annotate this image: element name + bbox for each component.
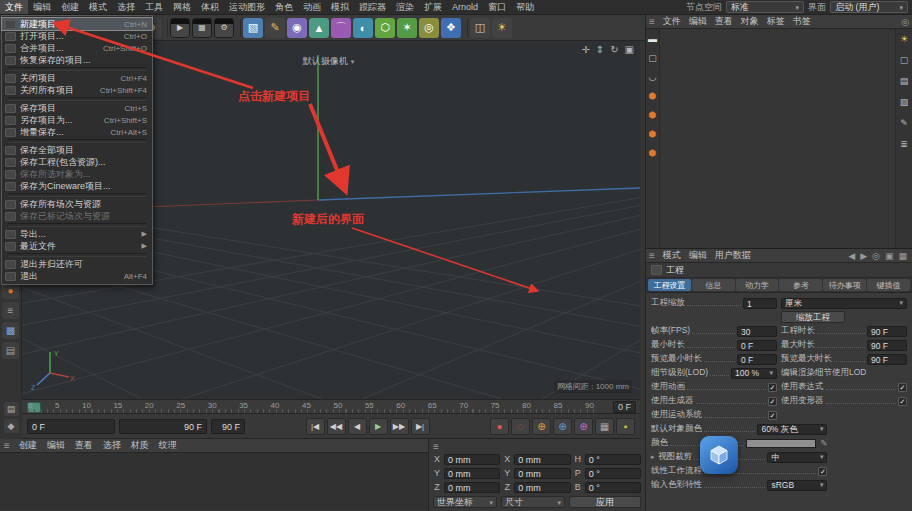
default-color-select[interactable]: 60% 灰色 ▾ [757,424,827,435]
light-bulb-icon[interactable]: ☀ [900,34,908,44]
play-button[interactable]: ▶ [369,418,388,435]
record-pla-button[interactable]: ▪ [616,418,635,435]
record-keyframe-button[interactable]: ● [490,418,509,435]
menu-item[interactable]: 合并项目... Ctrl+Shift+O [2,42,152,54]
panel-menu-icon[interactable]: ≡ [649,16,655,27]
lod-select[interactable]: 100 % ▾ [731,368,777,379]
menubar-item[interactable]: 窗口 [483,0,511,14]
record-parameter-button[interactable]: ▦ [595,418,614,435]
min-time-input[interactable]: 0 F [737,340,777,351]
fps-input[interactable]: 30 [737,326,777,337]
menubar-item[interactable]: 工具 [140,0,168,14]
menubar-item[interactable]: 运动图形 [224,0,270,14]
search-icon[interactable]: ◎ [872,251,880,261]
material-list-empty[interactable] [0,453,428,510]
max-time-input[interactable]: 90 F [867,340,907,351]
maximize-view-icon[interactable]: ▣ [625,44,634,55]
menubar-item[interactable]: 动画 [298,0,326,14]
magnet-icon[interactable]: ◡ [649,72,657,82]
menubar-item[interactable]: 文件 [0,0,28,14]
menu-item[interactable]: 退出 Alt+F4 [2,270,152,282]
attribute-tab[interactable]: 键插值 [867,279,910,291]
coordinate-input[interactable]: 0 ° [585,468,641,479]
effector-icon[interactable]: ✶ [397,18,417,38]
light-icon[interactable]: ☀ [492,18,512,38]
object-manager-menu-item[interactable]: 文件 [659,15,685,28]
extrude-icon[interactable]: ▲ [309,18,329,38]
object-manager-menu-item[interactable]: 书签 [789,15,815,28]
pen-icon[interactable]: ✎ [900,118,908,128]
simulation-icon[interactable]: ◎ [419,18,439,38]
coordinate-mode-select[interactable]: 世界坐标 ▾ [433,496,497,508]
timeline-layout-icon[interactable]: ▤ [4,402,19,416]
menubar-item[interactable]: 体积 [196,0,224,14]
attribute-tab[interactable]: 参考 [779,279,822,291]
color-swatch[interactable] [746,439,816,448]
next-frame-button[interactable]: ▶▶ [390,418,409,435]
use-animation-checkbox[interactable] [768,383,777,392]
prev-frame-button[interactable]: ◀ [348,418,367,435]
menu-item[interactable]: 保存项目 Ctrl+S [2,102,152,114]
object-manager-menu-item[interactable]: 编辑 [685,15,711,28]
material-menu-item[interactable]: 纹理 [154,439,182,452]
attribute-tab[interactable]: 信息 [692,279,735,291]
coordinate-input[interactable]: 0 mm [444,454,500,465]
history-back-icon[interactable]: ◀ [848,251,855,261]
menubar-item[interactable]: 模式 [84,0,112,14]
menubar-item[interactable]: 编辑 [28,0,56,14]
node-space-select[interactable]: 标准 ▾ [726,1,804,13]
preview-min-input[interactable]: 0 F [737,354,777,365]
panel-menu-icon[interactable]: ≡ [433,441,439,452]
menu-item[interactable]: 最近文件 ▶ [2,240,152,252]
hex-bolt-icon-2[interactable]: ⬢ [649,110,657,120]
xpresso-icon[interactable]: ▩ [2,322,19,339]
attribute-tab[interactable]: 待办事项 [823,279,866,291]
attribute-object-row[interactable]: 工程 [646,263,912,278]
menu-item[interactable]: 打开项目... Ctrl+O [2,30,152,42]
script-icon[interactable]: ≡ [2,302,19,319]
bend-deformer-icon[interactable]: ⌒ [331,18,351,38]
project-length-input[interactable]: 90 F [867,326,907,337]
menu-item[interactable]: 恢复保存的项目... [2,54,152,66]
material-menu-item[interactable]: 选择 [98,439,126,452]
scale-project-button[interactable]: 缩放工程 [781,311,845,323]
record-position-button[interactable]: ⊕ [532,418,551,435]
use-deformers-checkbox[interactable] [898,397,907,406]
current-frame-field[interactable]: 0 F [27,419,115,434]
eyedropper-icon[interactable]: ✎ [820,438,827,448]
menubar-item[interactable]: 扩展 [419,0,447,14]
lock-icon[interactable]: ▣ [885,251,894,261]
use-motion-checkbox[interactable] [768,411,777,420]
menu-item[interactable]: 保存已标记场次与资源 [2,210,152,222]
coordinate-input[interactable]: 0 ° [585,454,641,465]
field-icon[interactable]: ◐ [353,18,373,38]
record-rotation-button[interactable]: ⊕ [574,418,593,435]
menu-item[interactable]: 新建项目 Ctrl+N [2,18,152,30]
camera-icon[interactable]: ◫ [470,18,490,38]
use-generators-checkbox[interactable] [768,397,777,406]
coordinate-input[interactable]: 0 mm [514,468,570,479]
volume-icon[interactable]: ❖ [441,18,461,38]
menu-item[interactable] [8,97,146,101]
menubar-item[interactable]: 创建 [56,0,84,14]
goto-end-button[interactable]: ▶| [411,418,430,435]
film-icon[interactable]: ▤ [900,76,909,86]
ruler-end-frame[interactable]: 0 F [613,401,636,413]
menu-item[interactable]: 关闭所有项目 Ctrl+Shift+F4 [2,84,152,96]
console-icon[interactable]: ▤ [2,342,19,359]
menu-item[interactable]: 保存工程(包含资源)... [2,156,152,168]
render-region-icon[interactable]: ▦ [192,18,212,38]
coordinate-size-select[interactable]: 尺寸 ▾ [501,496,565,508]
interface-select[interactable]: 启动 (用户) ▾ [830,1,908,13]
layers-icon[interactable]: ≣ [900,139,908,149]
timeline-ruler[interactable]: 051015202530354045505560657075808590 0 F [22,399,640,414]
preview-max-input[interactable]: 90 F [867,354,907,365]
menu-item[interactable]: 保存所有场次与资源 [2,198,152,210]
coordinate-input[interactable]: 0 mm [514,482,570,493]
scale-input[interactable]: 1 [743,298,777,309]
render-view-icon[interactable]: ▶ [170,18,190,38]
material-menu-item[interactable]: 创建 [14,439,42,452]
menubar-item[interactable]: 帮助 [511,0,539,14]
screen-icon[interactable]: ▢ [648,53,657,63]
menubar-item[interactable]: 模拟 [326,0,354,14]
